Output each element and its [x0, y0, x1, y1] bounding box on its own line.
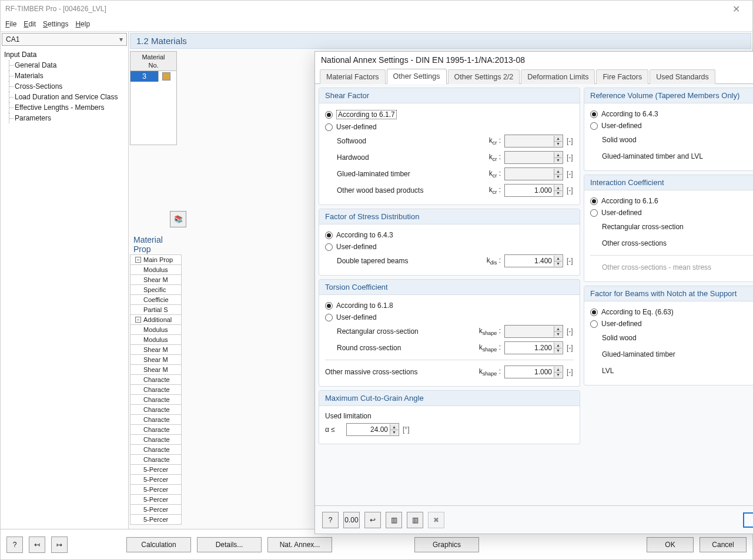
input-kdis[interactable]: 1.400▲▼ — [504, 254, 563, 267]
input-kcr-glulam[interactable]: ▲▼ — [504, 167, 563, 180]
prop-row[interactable]: Shear M — [130, 274, 182, 285]
tree-item[interactable]: General Data — [4, 60, 125, 71]
radio-according-618[interactable]: According to 6.1.8 — [325, 300, 574, 311]
units-icon[interactable]: 0.00 — [343, 512, 360, 528]
label-round: Round cross-section — [325, 344, 469, 352]
prop-row[interactable]: Characte — [130, 404, 182, 415]
tree-item[interactable]: Effective Lengths - Members — [4, 102, 125, 113]
ok-button[interactable]: OK — [743, 512, 753, 528]
cancel-button[interactable]: Cancel — [700, 537, 747, 552]
ok-button[interactable]: OK — [647, 537, 694, 552]
prop-row[interactable]: Shear M — [130, 344, 182, 355]
radio-according-616[interactable]: According to 6.1.6 — [590, 195, 753, 207]
label-hardwood: Hardwood — [325, 153, 469, 162]
menu-settings[interactable]: Settings — [43, 20, 68, 28]
radio-user-defined[interactable]: User-defined — [325, 311, 574, 323]
menu-file[interactable]: File — [5, 20, 16, 28]
input-kshape-round[interactable]: 1.200▲▼ — [504, 341, 563, 354]
export-icon[interactable]: ▥ — [407, 512, 423, 528]
input-kshape-other[interactable]: 1.000▲▼ — [504, 365, 563, 378]
radio-according-617[interactable]: According to 6.1.7 — [325, 108, 574, 121]
prop-row[interactable]: 5-Percer — [130, 514, 182, 525]
input-kcr-other[interactable]: 1.000▲▼ — [504, 184, 563, 197]
prop-row[interactable]: Characte — [130, 434, 182, 445]
label-double-taper: Double tapered beams — [325, 257, 469, 265]
back-icon[interactable]: ↤ — [29, 536, 45, 553]
radio-according-643[interactable]: According to 6.4.3 — [325, 229, 574, 241]
prop-row[interactable]: Specific — [130, 284, 182, 295]
tab-used-standards[interactable]: Used Standards — [650, 69, 715, 84]
tree-item[interactable]: Parameters — [4, 113, 125, 123]
prop-row[interactable]: −Additional — [130, 314, 182, 325]
input-alpha[interactable]: 24.00▲▼ — [346, 423, 399, 436]
prop-row[interactable]: Modulus — [130, 334, 182, 345]
prop-row[interactable]: Partial S — [130, 304, 182, 315]
radio-user-defined[interactable]: User-defined — [325, 121, 574, 133]
prop-row[interactable]: 5-Percer — [130, 464, 182, 475]
dialog-title-bar: National Annex Settings - DIN EN 1995-1-… — [315, 52, 753, 68]
prop-row[interactable]: Modulus — [130, 324, 182, 335]
prop-row[interactable]: Modulus — [130, 264, 182, 275]
prop-row[interactable]: Coefficie — [130, 294, 182, 305]
radio-icon — [325, 243, 333, 251]
table-row[interactable]: 3 — [130, 71, 176, 82]
import-icon[interactable]: ▥ — [386, 512, 402, 528]
prop-row[interactable]: 5-Percer — [130, 504, 182, 515]
reset-icon[interactable]: ↩ — [364, 512, 381, 528]
radio-icon — [590, 320, 598, 328]
prop-row[interactable]: Characte — [130, 444, 182, 455]
help-icon[interactable]: ? — [322, 512, 339, 528]
details-button[interactable]: Details... — [197, 537, 262, 552]
prop-row[interactable]: Characte — [130, 384, 182, 395]
tab-fire-factors[interactable]: Fire Factors — [596, 69, 648, 84]
radio-user-defined[interactable]: User-defined — [590, 120, 753, 132]
prop-row[interactable]: 5-Percer — [130, 484, 182, 495]
tab-other-settings-2[interactable]: Other Settings 2/2 — [448, 69, 520, 84]
tree-item[interactable]: Cross-Sections — [4, 81, 125, 92]
menu-help[interactable]: Help — [75, 20, 90, 28]
label-used-lim: Used limitation — [325, 411, 574, 421]
delete-icon[interactable]: ✖ — [428, 512, 444, 528]
app-window: RF-TIMBER Pro - [004626_LVL] ✕ File Edit… — [0, 0, 753, 560]
nat-annex-button[interactable]: Nat. Annex... — [267, 537, 332, 552]
prop-row[interactable]: 5-Percer — [130, 494, 182, 505]
prop-row[interactable]: Shear M — [130, 364, 182, 375]
prop-row[interactable]: Characte — [130, 374, 182, 385]
prop-row[interactable]: Characte — [130, 424, 182, 435]
prop-row[interactable]: Shear M — [130, 354, 182, 365]
prop-row[interactable]: −Main Prop — [130, 254, 182, 265]
radio-according-eq663[interactable]: According to Eq. (6.63) — [590, 306, 753, 318]
input-kcr-hardwood[interactable]: ▲▼ — [504, 151, 563, 164]
help-icon[interactable]: ? — [6, 536, 23, 553]
radio-user-defined[interactable]: User-defined — [325, 241, 574, 253]
panel-title: 1.2 Materials — [130, 33, 751, 49]
graphics-button[interactable]: Graphics — [414, 537, 479, 552]
prop-row[interactable]: Characte — [130, 414, 182, 425]
tab-deformation-limits[interactable]: Deformation Limits — [521, 69, 595, 84]
material-grid[interactable]: MaterialNo. 3 — [130, 51, 177, 145]
content: CA1 Input Data General Data Materials Cr… — [1, 31, 752, 529]
group-notch: Factor for Beams with Notch at the Suppo… — [584, 286, 753, 385]
tree-root[interactable]: Input Data — [4, 49, 125, 60]
library-icon[interactable]: 📚 — [170, 211, 186, 227]
tree-item[interactable]: Materials — [4, 71, 125, 81]
forward-icon[interactable]: ↦ — [51, 536, 68, 553]
radio-according-643[interactable]: According to 6.4.3 — [590, 108, 753, 120]
input-kshape-rect[interactable]: ▲▼ — [504, 325, 563, 338]
case-selector[interactable]: CA1 — [2, 33, 127, 46]
tab-other-settings[interactable]: Other Settings — [387, 69, 447, 84]
calculation-button[interactable]: Calculation — [126, 537, 191, 552]
menu-edit[interactable]: Edit — [24, 20, 36, 28]
close-icon[interactable]: ✕ — [724, 1, 748, 17]
radio-user-defined[interactable]: User-defined — [590, 318, 753, 330]
prop-row[interactable]: Characte — [130, 454, 182, 465]
tab-material-factors[interactable]: Material Factors — [320, 69, 386, 84]
prop-row[interactable]: Characte — [130, 394, 182, 405]
grid-header: MaterialNo. — [130, 52, 176, 71]
group-title: Interaction Coefficient — [584, 175, 753, 190]
tree-item[interactable]: Load Duration and Service Class — [4, 92, 125, 102]
prop-row[interactable]: 5-Percer — [130, 474, 182, 485]
input-kcr-softwood[interactable]: ▲▼ — [504, 135, 563, 147]
radio-user-defined[interactable]: User-defined — [590, 207, 753, 219]
group-title: Factor for Beams with Notch at the Suppo… — [584, 286, 753, 301]
